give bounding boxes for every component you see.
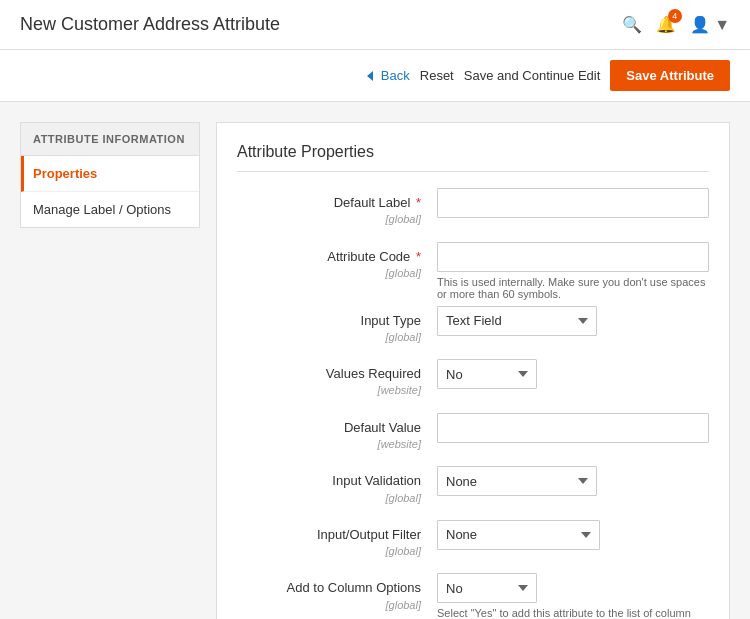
values-required-control: No Yes — [437, 359, 709, 389]
input-validation-row: Input Validation [global] None Alphanume… — [237, 466, 709, 506]
notifications-icon[interactable]: 🔔 4 — [656, 15, 676, 34]
save-continue-button[interactable]: Save and Continue Edit — [464, 68, 601, 83]
attribute-code-row: Attribute Code * [global] This is used i… — [237, 242, 709, 300]
add-column-options-hint: Select "Yes" to add this attribute to th… — [437, 607, 709, 619]
default-value-control — [437, 413, 709, 443]
back-button[interactable]: Back — [367, 68, 410, 83]
values-required-select[interactable]: No Yes — [437, 359, 537, 389]
sidebar: Attribute Information Properties Manage … — [20, 122, 200, 619]
sidebar-section-title: Attribute Information — [20, 122, 200, 156]
form-area: Attribute Properties Default Label * [gl… — [216, 122, 730, 619]
user-icon[interactable]: 👤 ▼ — [690, 15, 730, 34]
default-value-label: Default Value [website] — [237, 413, 437, 453]
sidebar-item-manage-label[interactable]: Manage Label / Options — [21, 192, 199, 227]
main-content: Attribute Information Properties Manage … — [0, 102, 750, 619]
values-required-row: Values Required [website] No Yes — [237, 359, 709, 399]
input-type-row: Input Type [global] Text Field Text Area… — [237, 306, 709, 346]
input-validation-select[interactable]: None Alphanumeric Numeric Only Email URL — [437, 466, 597, 496]
add-column-options-control: No Yes Select "Yes" to add this attribut… — [437, 573, 709, 619]
header-icons: 🔍 🔔 4 👤 ▼ — [622, 15, 730, 34]
attribute-code-label: Attribute Code * [global] — [237, 242, 437, 282]
default-label-control — [437, 188, 709, 218]
default-value-input[interactable] — [437, 413, 709, 443]
input-validation-label: Input Validation [global] — [237, 466, 437, 506]
form-section-title: Attribute Properties — [237, 143, 709, 172]
search-icon[interactable]: 🔍 — [622, 15, 642, 34]
save-attribute-button[interactable]: Save Attribute — [610, 60, 730, 91]
attribute-code-hint: This is used internally. Make sure you d… — [437, 276, 709, 300]
attribute-code-input[interactable] — [437, 242, 709, 272]
values-required-label: Values Required [website] — [237, 359, 437, 399]
add-column-options-row: Add to Column Options [global] No Yes Se… — [237, 573, 709, 619]
input-output-filter-row: Input/Output Filter [global] None Strip … — [237, 520, 709, 560]
top-header: New Customer Address Attribute 🔍 🔔 4 👤 ▼ — [0, 0, 750, 50]
action-bar: Back Reset Save and Continue Edit Save A… — [0, 50, 750, 102]
input-validation-control: None Alphanumeric Numeric Only Email URL — [437, 466, 709, 496]
attribute-code-control: This is used internally. Make sure you d… — [437, 242, 709, 300]
sidebar-nav: Properties Manage Label / Options — [20, 156, 200, 228]
input-output-filter-label: Input/Output Filter [global] — [237, 520, 437, 560]
add-column-options-label: Add to Column Options [global] — [237, 573, 437, 613]
input-type-control: Text Field Text Area Date Yes/No Multipl… — [437, 306, 709, 336]
default-label-label: Default Label * [global] — [237, 188, 437, 228]
page-title: New Customer Address Attribute — [20, 14, 280, 35]
input-output-filter-select[interactable]: None Strip HTML Tags Escape HTML Entitie… — [437, 520, 600, 550]
notifications-badge: 4 — [668, 9, 682, 23]
reset-button[interactable]: Reset — [420, 68, 454, 83]
input-output-filter-control: None Strip HTML Tags Escape HTML Entitie… — [437, 520, 709, 550]
default-value-row: Default Value [website] — [237, 413, 709, 453]
sidebar-item-properties[interactable]: Properties — [21, 156, 199, 192]
required-star: * — [412, 195, 421, 210]
input-type-label: Input Type [global] — [237, 306, 437, 346]
default-label-input[interactable] — [437, 188, 709, 218]
back-arrow-icon — [367, 71, 373, 81]
add-column-options-select[interactable]: No Yes — [437, 573, 537, 603]
required-star-code: * — [412, 249, 421, 264]
default-label-row: Default Label * [global] — [237, 188, 709, 228]
input-type-select[interactable]: Text Field Text Area Date Yes/No Multipl… — [437, 306, 597, 336]
